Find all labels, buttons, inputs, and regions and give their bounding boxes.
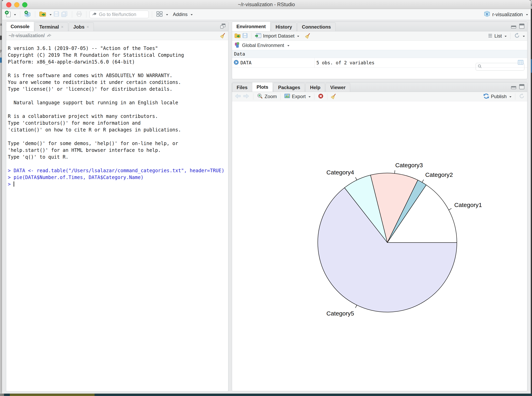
console-line: Type 'contributors()' for more informati… xyxy=(8,120,227,127)
console-line: > DATA <- read.table("/Users/lsalazar/co… xyxy=(8,167,227,174)
global-environment-caret[interactable] xyxy=(287,45,289,47)
environment-toolbar: Import Dataset List xyxy=(232,31,527,41)
console-line xyxy=(8,133,227,140)
toolbar-separator xyxy=(515,93,515,100)
tab-files[interactable]: Files xyxy=(232,83,252,92)
open-file-dropdown-caret[interactable] xyxy=(50,14,52,16)
goto-placeholder: Go to file/function xyxy=(99,12,136,17)
environment-tabstrip: Environment History Connections xyxy=(232,22,527,31)
console-line xyxy=(8,106,227,113)
load-workspace-folder-icon[interactable] xyxy=(234,33,241,39)
console-line: Type 'q()' to quit R. xyxy=(8,154,227,160)
refresh-dropdown-caret[interactable] xyxy=(523,36,525,38)
zoom-plot-button[interactable]: Zoom xyxy=(265,94,277,99)
clear-plots-broom-icon[interactable] xyxy=(331,93,337,100)
minimize-pane-icon[interactable] xyxy=(511,23,516,30)
rstudio-window: ~/r-visualization - RStudio R xyxy=(2,0,531,394)
print-icon[interactable] xyxy=(76,11,82,17)
import-dataset-icon[interactable] xyxy=(255,33,261,39)
project-selector[interactable]: R r-visualization xyxy=(484,11,528,18)
toolbar-separator xyxy=(35,11,35,17)
tab-environment[interactable]: Environment xyxy=(232,22,270,31)
close-tab-icon[interactable]: × xyxy=(61,24,64,29)
next-plot-icon[interactable] xyxy=(243,93,250,100)
view-table-icon[interactable] xyxy=(518,60,524,66)
project-name: r-visualization xyxy=(492,12,523,17)
export-plot-button[interactable]: Export xyxy=(292,94,306,99)
background-icon-fragment xyxy=(0,35,2,40)
toolbar-separator xyxy=(20,11,20,17)
new-project-icon[interactable]: R xyxy=(24,11,31,18)
tab-jobs[interactable]: Jobs × xyxy=(69,22,94,31)
tab-viewer[interactable]: Viewer xyxy=(326,83,350,92)
tab-history[interactable]: History xyxy=(271,22,297,31)
pane-layout-dropdown-caret[interactable] xyxy=(166,14,168,16)
new-file-dropdown-caret[interactable] xyxy=(14,14,16,16)
maximize-pane-icon[interactable] xyxy=(519,23,525,30)
background-text-fragment: y xyxy=(0,49,2,53)
publish-button[interactable]: Publish xyxy=(491,94,507,99)
addins-dropdown-caret[interactable] xyxy=(191,14,193,16)
maximize-pane-icon[interactable] xyxy=(220,23,226,30)
addins-button[interactable]: Addins xyxy=(173,12,187,17)
remove-plot-icon[interactable] xyxy=(318,93,324,100)
publish-caret[interactable] xyxy=(509,96,511,99)
clear-environment-broom-icon[interactable] xyxy=(305,33,311,39)
new-file-icon[interactable] xyxy=(5,11,11,18)
environment-scope-row: Global Environment xyxy=(232,41,527,50)
save-workspace-icon[interactable] xyxy=(242,33,248,39)
save-icon[interactable] xyxy=(53,11,59,17)
console-working-dir-bar: ~/r-visualization/ xyxy=(6,31,228,40)
tab-help[interactable]: Help xyxy=(305,83,325,92)
tab-console[interactable]: Console xyxy=(6,22,34,31)
global-environment-icon xyxy=(234,42,240,49)
environment-object-row[interactable]: DATA 5 obs. of 2 variables xyxy=(232,58,527,68)
console-output[interactable]: R version 3.6.1 (2019-07-05) -- "Action … xyxy=(6,40,228,391)
tab-terminal[interactable]: Terminal × xyxy=(35,22,68,31)
goto-file-function-input[interactable]: Go to file/function xyxy=(89,11,149,18)
list-view-caret[interactable] xyxy=(505,36,507,38)
close-tab-icon[interactable]: × xyxy=(87,24,89,29)
list-view-button[interactable]: List xyxy=(494,33,502,39)
previous-plot-icon[interactable] xyxy=(234,93,241,100)
publish-icon[interactable] xyxy=(483,93,489,100)
goto-directory-arrow-icon[interactable] xyxy=(47,33,52,38)
refresh-plot-icon[interactable] xyxy=(519,93,525,100)
tab-connections[interactable]: Connections xyxy=(297,22,335,31)
tab-label: Jobs xyxy=(73,24,85,30)
toolbar-separator xyxy=(72,11,72,17)
tab-label: Files xyxy=(237,85,248,90)
zoom-plot-icon[interactable] xyxy=(257,93,263,100)
tab-label: Packages xyxy=(278,85,300,90)
import-dataset-caret[interactable] xyxy=(297,36,299,38)
list-view-icon[interactable] xyxy=(488,33,493,39)
title-bar: ~/r-visualization - RStudio xyxy=(2,0,531,9)
pane-layout-icon[interactable] xyxy=(156,11,163,18)
import-dataset-button[interactable]: Import Dataset xyxy=(263,33,294,39)
open-file-icon[interactable] xyxy=(39,11,46,18)
export-plot-caret[interactable] xyxy=(309,96,310,99)
window-title: ~/r-visualization - RStudio xyxy=(2,0,531,9)
object-name: DATA xyxy=(240,60,251,65)
pie-label: Category2 xyxy=(425,171,453,178)
pie-label-tick xyxy=(422,180,424,182)
console-line: R version 3.6.1 (2019-07-05) -- "Action … xyxy=(8,45,227,52)
console-line: Natural language support but running in … xyxy=(8,99,227,106)
maximize-pane-icon[interactable] xyxy=(519,84,525,91)
environment-pane: Environment History Connections xyxy=(232,22,527,79)
minimize-pane-icon[interactable] xyxy=(511,84,516,91)
clear-console-broom-icon[interactable] xyxy=(220,32,226,39)
save-all-icon[interactable] xyxy=(61,11,68,18)
plots-pane: Files Plots Packages Help Viewer xyxy=(232,82,527,391)
tab-plots[interactable]: Plots xyxy=(252,82,273,92)
expand-object-icon[interactable] xyxy=(234,60,239,66)
export-plot-icon[interactable] xyxy=(284,93,290,99)
column-separator xyxy=(314,58,315,68)
global-environment-selector[interactable]: Global Environment xyxy=(242,43,284,48)
tab-label: Terminal xyxy=(39,24,59,30)
tab-packages[interactable]: Packages xyxy=(273,83,305,92)
text-cursor xyxy=(14,181,14,186)
console-line: Type 'demo()' for some demos, 'help()' f… xyxy=(8,140,227,147)
background-text-fragment: a xyxy=(0,22,2,27)
refresh-icon[interactable] xyxy=(514,33,520,39)
